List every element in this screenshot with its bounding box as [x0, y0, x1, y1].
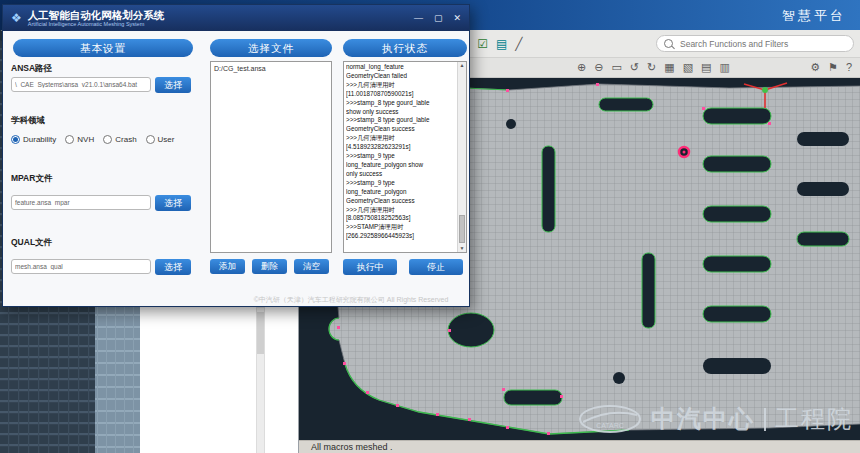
hidden-line-icon[interactable]: ▥ [720, 62, 730, 73]
section-select-files: 选择文件 [210, 39, 332, 57]
log-line: [266.29258966445923s] [346, 232, 455, 241]
radio-crash-icon[interactable] [103, 135, 112, 144]
clear-button[interactable]: 清空 [294, 259, 329, 274]
log-line: >>>STAMP清理用时 [346, 223, 455, 232]
log-line: long_feature_polygon show [346, 161, 455, 170]
radio-nvh[interactable]: NVH [65, 135, 94, 144]
dialog-title: 人工智能自动化网格划分系统 [28, 10, 165, 21]
ansa-path-browse-button[interactable]: 选择 [155, 77, 191, 93]
watermark: CATARC 中汽中心 工程院 [578, 403, 853, 435]
watermark-cn: 中汽中心 [651, 403, 755, 435]
zoom-out-icon[interactable]: ⊖ [594, 62, 603, 73]
radio-user-icon[interactable] [146, 135, 155, 144]
log-line: >>>stamp_9 type [346, 152, 455, 161]
function-search[interactable] [656, 35, 854, 52]
file-list[interactable]: D:/CG_test.ansa [210, 61, 332, 253]
catarc-logo-text: CATARC [596, 422, 624, 429]
log-line: >>>几何清理用时 [346, 81, 455, 90]
radio-nvh-icon[interactable] [65, 135, 74, 144]
radio-user[interactable]: User [146, 135, 175, 144]
radio-crash[interactable]: Crash [103, 135, 136, 144]
platform-title: 智慧平台 [782, 7, 846, 25]
meshing-dialog: ❖ 人工智能自动化网格划分系统 Artificial Intelligence … [2, 4, 470, 307]
search-input[interactable] [678, 38, 846, 50]
minimize-button[interactable]: — [414, 13, 423, 23]
dialog-body: 基本设置 选择文件 执行状态 ANSA路径 选择 学科领域 Durability… [3, 31, 469, 308]
dialog-titlebar[interactable]: ❖ 人工智能自动化网格划分系统 Artificial Intelligence … [3, 5, 469, 31]
domain-label: 学科领域 [11, 115, 45, 127]
mpar-input[interactable] [11, 195, 151, 210]
zoom-fit-icon[interactable]: ▭ [611, 62, 621, 73]
log-line: >>>stamp_9 type [346, 179, 455, 188]
rotate-left-icon[interactable]: ↺ [630, 62, 639, 73]
log-scrollbar[interactable]: ▲ ▼ [457, 62, 466, 252]
domain-radio-group: Durability NVH Crash User [11, 135, 174, 144]
radio-durability-icon[interactable] [11, 135, 20, 144]
status-text: All macros meshed . [311, 442, 393, 452]
execution-log: normal_long_featureGeometryClean failed>… [343, 61, 467, 253]
log-line: GeometryClean success [346, 125, 455, 134]
section-exec-status: 执行状态 [343, 39, 467, 57]
log-content: normal_long_featureGeometryClean failed>… [346, 63, 455, 251]
section-basic-settings: 基本设置 [13, 39, 193, 57]
log-line: >>>stamp_8 type gourd_lable [346, 99, 455, 108]
log-line: GeometryClean failed [346, 72, 455, 81]
close-button[interactable]: ✕ [453, 13, 461, 23]
rotate-right-icon[interactable]: ↻ [647, 62, 656, 73]
log-line: >>>几何清理用时 [346, 206, 455, 215]
qual-label: QUAL文件 [11, 237, 52, 249]
log-line: GeometryClean success [346, 197, 455, 206]
app-logo-icon: ❖ [11, 12, 22, 24]
wire-icon[interactable]: ▤ [701, 62, 711, 73]
radio-durability[interactable]: Durability [11, 135, 56, 144]
log-line: long_feature_polygon [346, 188, 455, 197]
log-line: [11.001870870590021s] [346, 90, 455, 99]
dialog-subtitle: Artificial Intelligence Automatic Meshin… [28, 21, 165, 27]
log-line: [4.518923282623291s] [346, 143, 455, 152]
selected-hole-marker [679, 147, 689, 157]
maximize-button[interactable]: ▢ [434, 13, 443, 23]
log-line: [8.085750818252563s] [346, 214, 455, 223]
mpar-label: MPAR文件 [11, 173, 52, 185]
flag-icon[interactable]: ⚑ [828, 62, 838, 73]
stop-button[interactable]: 停止 [409, 259, 463, 275]
running-button[interactable]: 执行中 [343, 259, 397, 275]
shade-icon[interactable]: ▧ [683, 62, 693, 73]
watermark-org: 工程院 [775, 403, 853, 435]
mpar-browse-button[interactable]: 选择 [155, 195, 191, 211]
settings-gear-icon[interactable]: ⚙ [810, 62, 820, 73]
ansa-path-input[interactable] [11, 77, 151, 92]
catarc-logo-icon: CATARC [578, 404, 642, 434]
page-scrollbar[interactable] [256, 307, 265, 453]
watermark-divider [764, 408, 766, 431]
mesh-grid-icon[interactable]: ▦ [664, 62, 674, 73]
qual-browse-button[interactable]: 选择 [155, 259, 191, 275]
layers-icon[interactable]: ▤ [496, 38, 507, 50]
log-scrollbar-thumb[interactable] [459, 215, 465, 243]
scroll-up-icon[interactable]: ▲ [458, 62, 466, 69]
status-bar: All macros meshed . [299, 440, 860, 453]
copyright-footer: ©中汽研（天津）汽车工程研究院有限公司 All Rights Reserved [233, 295, 469, 305]
scroll-down-icon[interactable]: ▼ [458, 245, 466, 252]
slash-pencil-icon[interactable]: ╱ [515, 38, 522, 50]
zoom-in-icon[interactable]: ⊕ [577, 62, 586, 73]
screen: 智慧平台 [0, 0, 860, 453]
add-button[interactable]: 添加 [210, 259, 245, 274]
log-line: only success [346, 170, 455, 179]
log-line: normal_long_feature [346, 63, 455, 72]
log-line: >>>stamp_8 type gourd_lable [346, 116, 455, 125]
delete-button[interactable]: 删除 [252, 259, 287, 274]
ansa-path-label: ANSA路径 [11, 63, 52, 75]
log-line: >>>几何清理用时 [346, 134, 455, 143]
file-list-item[interactable]: D:/CG_test.ansa [214, 64, 328, 73]
help-icon[interactable]: ? [846, 62, 852, 73]
qual-input[interactable] [11, 259, 151, 274]
page-scrollbar-thumb[interactable] [257, 312, 264, 354]
log-line: show only success [346, 108, 455, 117]
check-apply-icon[interactable]: ☑ [477, 38, 488, 50]
search-icon [664, 39, 673, 48]
